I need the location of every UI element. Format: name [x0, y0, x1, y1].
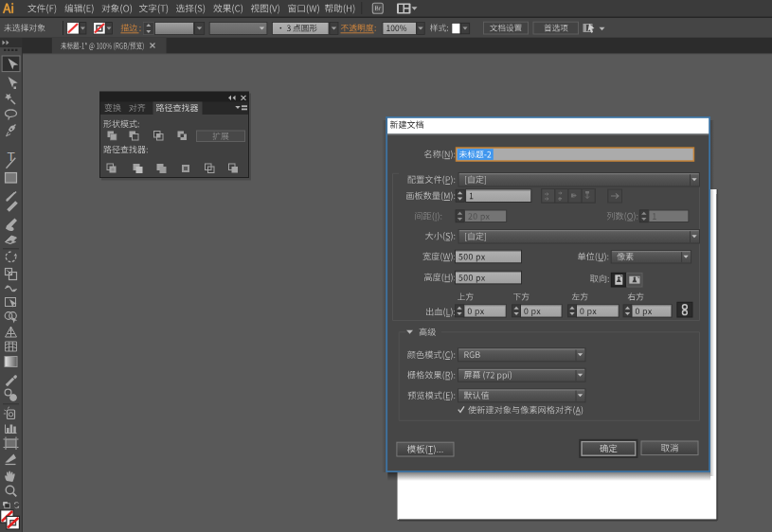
svg-text:T: T — [7, 150, 14, 164]
